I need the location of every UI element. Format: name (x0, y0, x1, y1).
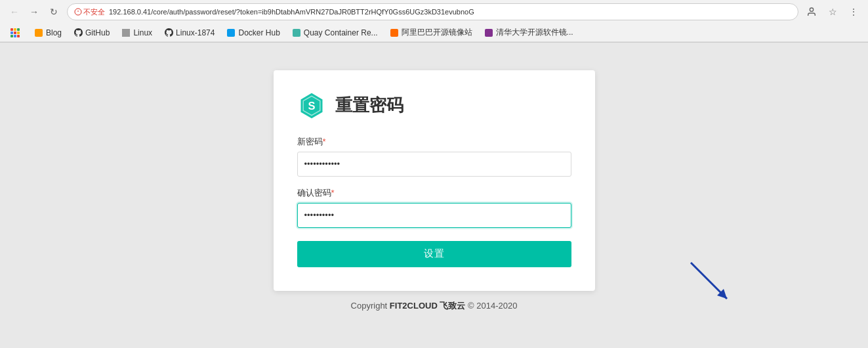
app-logo: S (297, 91, 326, 120)
svg-text:S: S (308, 100, 315, 112)
alibaba-favicon (390, 28, 399, 37)
submit-button[interactable]: 设置 (297, 241, 571, 267)
arrow-pointer (684, 256, 737, 309)
bookmark-alibaba[interactable]: 阿里巴巴开源镜像站 (384, 26, 478, 39)
page-content: S 重置密码 新密码* 确认密码* 设置 Copyright FIT2CLOUD… (0, 43, 868, 348)
github-favicon (73, 28, 83, 37)
bookmark-tsinghua[interactable]: 清华大学开源软件镜... (479, 26, 579, 39)
address-bar[interactable]: 不安全 192.168.0.41/core/auth/password/rese… (67, 3, 798, 20)
confirm-password-input[interactable] (297, 203, 571, 228)
dockerhub-label: Docker Hub (238, 28, 279, 37)
blog-favicon (34, 28, 43, 37)
form-header: S 重置密码 (297, 91, 571, 120)
apps-icon (10, 28, 20, 37)
tsinghua-label: 清华大学开源软件镜... (496, 27, 573, 38)
blog-label: Blog (46, 28, 62, 37)
tsinghua-favicon (484, 28, 493, 37)
github-label: GitHub (85, 28, 110, 37)
alibaba-label: 阿里巴巴开源镜像站 (402, 27, 472, 38)
url-text: 192.168.0.41/core/auth/password/reset/?t… (109, 8, 474, 16)
page-footer: Copyright FIT2CLOUD 飞致云 © 2014-2020 (342, 291, 527, 321)
footer-text: Copyright FIT2CLOUD 飞致云 © 2014-2020 (351, 301, 518, 311)
footer-brand: FIT2CLOUD 飞致云 (390, 301, 466, 311)
menu-button[interactable]: ⋮ (844, 3, 863, 21)
quay-label: Quay Container Re... (304, 28, 378, 37)
linux-label: Linux (133, 28, 152, 37)
confirm-password-group: 确认密码* (297, 187, 571, 228)
bookmark-star-button[interactable]: ☆ (823, 3, 842, 21)
bookmark-blog[interactable]: Blog (29, 27, 67, 39)
bookmark-github[interactable]: GitHub (68, 27, 115, 39)
linux-favicon (121, 28, 131, 37)
forward-button[interactable]: → (25, 3, 43, 21)
bookmark-quay[interactable]: Quay Container Re... (287, 27, 383, 39)
bookmark-linux[interactable]: Linux (116, 27, 157, 39)
insecure-indicator: 不安全 (74, 7, 105, 17)
new-password-group: 新密码* (297, 136, 571, 177)
confirm-password-label: 确认密码* (297, 187, 571, 199)
profile-button[interactable] (802, 3, 821, 21)
back-button[interactable]: ← (5, 3, 24, 21)
bookmark-linux1874[interactable]: Linux-1874 (159, 27, 220, 39)
bookmark-apps[interactable] (5, 27, 28, 39)
new-password-label: 新密码* (297, 136, 571, 148)
browser-chrome: ← → ↻ 不安全 192.168.0.41/core/auth/passwor… (0, 0, 868, 43)
reset-password-card: S 重置密码 新密码* 确认密码* 设置 (274, 70, 595, 291)
nav-buttons: ← → ↻ (5, 3, 63, 21)
new-password-input[interactable] (297, 152, 571, 177)
svg-point-3 (810, 8, 813, 11)
bookmark-dockerhub[interactable]: Docker Hub (221, 27, 285, 39)
linux1874-favicon (164, 28, 173, 37)
dockerhub-favicon (226, 28, 236, 37)
bookmarks-bar: Blog GitHub Linux Linux-1874 Docker Hub … (0, 24, 868, 42)
browser-actions: ☆ ⋮ (802, 3, 863, 21)
quay-favicon (292, 28, 301, 37)
browser-toolbar: ← → ↻ 不安全 192.168.0.41/core/auth/passwor… (0, 0, 868, 24)
reload-button[interactable]: ↻ (45, 3, 63, 21)
form-title: 重置密码 (335, 94, 403, 117)
linux1874-label: Linux-1874 (176, 28, 215, 37)
